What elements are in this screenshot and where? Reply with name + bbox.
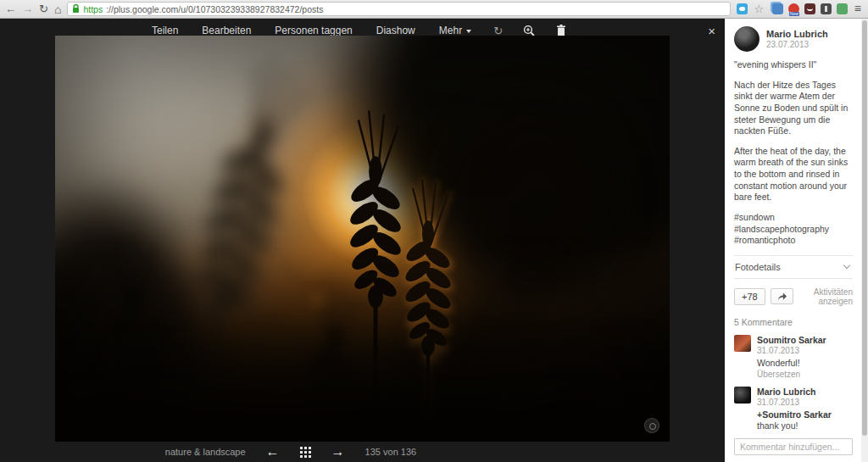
author-name[interactable]: Mario Lubrich bbox=[766, 29, 828, 40]
post-text-en: After the heat of the day, the warm brea… bbox=[734, 146, 853, 203]
photo-vignette bbox=[55, 36, 670, 442]
comment-row: Mario Lubrich 31.07.2013 +Soumitro Sarka… bbox=[734, 387, 853, 431]
browser-menu-icon[interactable]: ≡ bbox=[853, 3, 863, 14]
post-sidebar: Mario Lubrich 23.07.2013 "evening whispe… bbox=[725, 19, 861, 462]
extension-icon[interactable] bbox=[821, 3, 832, 14]
grid-view-icon[interactable] bbox=[300, 447, 311, 458]
previous-photo-icon[interactable]: ← bbox=[266, 446, 280, 458]
post-date: 23.07.2013 bbox=[766, 40, 828, 50]
comment-text-span: Wonderful! bbox=[757, 358, 800, 368]
comment-text: +Soumitro Sarkar thank you! bbox=[757, 409, 853, 431]
forward-icon[interactable]: → bbox=[22, 1, 33, 18]
photo-nav-bar: nature & landscape ← → 135 von 136 bbox=[0, 446, 581, 458]
comment-text-span: thank you! bbox=[757, 420, 798, 431]
new-extension-icon[interactable]: New bbox=[788, 3, 799, 14]
url-text: ://plus.google.com/u/0/10730323933892783… bbox=[106, 4, 323, 14]
photo[interactable] bbox=[55, 36, 670, 442]
scrollbar-thumb[interactable] bbox=[862, 20, 867, 436]
comment-input[interactable] bbox=[734, 438, 853, 455]
photo-counter: 135 von 136 bbox=[365, 447, 417, 457]
commenter-name[interactable]: Mario Lubrich bbox=[757, 387, 853, 397]
sidebar-scrollbar[interactable] bbox=[861, 19, 868, 462]
notes-extension-icon[interactable] bbox=[837, 3, 848, 14]
comment-date: 31.07.2013 bbox=[757, 346, 826, 356]
post-body: "evening whispers II" Nach der Hitze des… bbox=[734, 59, 853, 247]
address-bar[interactable]: https://plus.google.com/u/0/107303239338… bbox=[67, 2, 730, 16]
show-activities-link[interactable]: Aktivitäten anzeigen bbox=[798, 287, 853, 306]
photo-details-toggle[interactable]: Fotodetails bbox=[734, 255, 853, 279]
close-icon[interactable]: × bbox=[704, 22, 719, 40]
post-title: "evening whispers II" bbox=[734, 59, 853, 71]
pocket-extension-icon[interactable] bbox=[804, 3, 815, 14]
reload-icon[interactable]: ↻ bbox=[39, 1, 48, 18]
share-arrow-icon bbox=[776, 292, 787, 301]
avatar[interactable] bbox=[734, 335, 751, 352]
chevron-down-icon bbox=[843, 262, 850, 269]
plus-one-button[interactable]: +78 bbox=[734, 288, 765, 305]
translate-link[interactable]: Übersetzen bbox=[757, 370, 826, 379]
commenter-name[interactable]: Soumitro Sarkar bbox=[757, 335, 826, 345]
comment-text: Wonderful! bbox=[757, 358, 826, 369]
bookmark-star-icon[interactable]: ☆ bbox=[753, 3, 765, 14]
album-name[interactable]: nature & landscape bbox=[165, 447, 246, 457]
avatar[interactable] bbox=[734, 26, 760, 52]
comments-header: 5 Kommentare bbox=[734, 317, 853, 327]
avatar[interactable] bbox=[734, 387, 751, 404]
https-lock-icon bbox=[72, 4, 80, 14]
twitter-extension-icon[interactable] bbox=[737, 3, 748, 14]
comment-date: 31.07.2013 bbox=[757, 398, 853, 408]
browser-toolbar: ← → ↻ ⌂ https://plus.google.com/u/0/1073… bbox=[0, 0, 868, 19]
extensions-row: ☆ New ≡ bbox=[737, 3, 863, 14]
new-badge: New bbox=[789, 12, 799, 16]
mention-link[interactable]: +Soumitro Sarkar bbox=[757, 409, 832, 420]
comment-input-container bbox=[734, 432, 853, 462]
photo-details-label: Fotodetails bbox=[735, 262, 781, 272]
windows-extension-icon[interactable] bbox=[772, 3, 783, 14]
copyright-watermark-icon bbox=[644, 418, 659, 433]
comment-row: Soumitro Sarkar 31.07.2013 Wonderful! Üb… bbox=[734, 335, 853, 380]
url-scheme: https bbox=[83, 4, 103, 14]
chevron-down-icon bbox=[466, 30, 471, 33]
next-photo-icon[interactable]: → bbox=[331, 446, 345, 458]
post-text-de: Nach der Hitze des Tages sinkt der warme… bbox=[734, 80, 853, 137]
post-actions: +78 Aktivitäten anzeigen bbox=[734, 287, 853, 306]
photo-viewer: Teilen Bearbeiten Personen taggen Diasho… bbox=[0, 19, 725, 462]
reshare-button[interactable] bbox=[771, 288, 793, 304]
more-label: Mehr bbox=[439, 25, 462, 36]
screen: ← → ↻ ⌂ https://plus.google.com/u/0/1073… bbox=[0, 0, 868, 462]
home-icon[interactable]: ⌂ bbox=[54, 1, 61, 18]
back-icon[interactable]: ← bbox=[5, 1, 16, 18]
post-hashtags[interactable]: #sundown #landscapephotography #romantic… bbox=[734, 212, 853, 247]
post-author: Mario Lubrich 23.07.2013 bbox=[734, 26, 853, 52]
